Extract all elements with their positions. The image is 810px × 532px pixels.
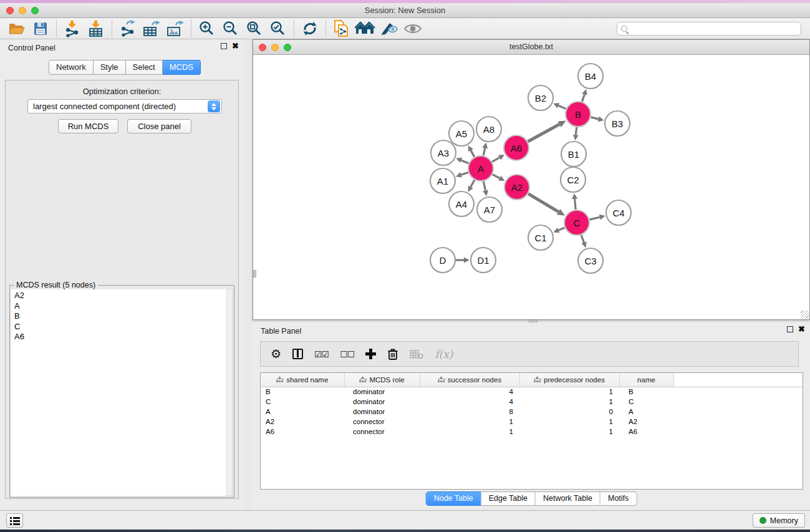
- window-edge-grip[interactable]: [253, 270, 256, 278]
- graph-node-B3[interactable]: B3: [605, 111, 630, 136]
- graphics-details-icon[interactable]: [377, 19, 401, 38]
- graph-edge-C-C3[interactable]: [581, 235, 584, 243]
- table-cell[interactable]: C: [619, 397, 673, 407]
- network-window-titlebar[interactable]: testGlobe.txt: [253, 40, 809, 55]
- minimize-network-button[interactable]: [271, 44, 279, 51]
- tab-network[interactable]: Network: [49, 60, 94, 75]
- table-cell[interactable]: B: [261, 387, 344, 397]
- graph-edge-A2-C[interactable]: [528, 194, 559, 212]
- table-row[interactable]: Cdominator41C: [261, 397, 803, 407]
- graph-node-C3[interactable]: C3: [578, 248, 603, 273]
- zoom-out-icon[interactable]: [219, 19, 243, 38]
- table-cell[interactable]: A: [261, 407, 344, 417]
- graph-node-C4[interactable]: C4: [606, 200, 631, 225]
- save-session-icon[interactable]: [29, 19, 52, 38]
- run-mcds-button[interactable]: Run MCDS: [58, 119, 118, 133]
- tab-network-table[interactable]: Network Table: [536, 491, 600, 506]
- close-panel-icon[interactable]: ✖: [232, 43, 239, 49]
- graph-edge-B-B2[interactable]: [558, 105, 566, 109]
- graph-node-C1[interactable]: C1: [528, 225, 553, 250]
- graph-edge-C-C4[interactable]: [589, 217, 599, 220]
- graph-edge-A-A4[interactable]: [471, 180, 475, 186]
- console-button[interactable]: [6, 513, 23, 528]
- unselect-all-columns-icon[interactable]: ☐☐: [340, 346, 354, 362]
- graph-edge-A-A3[interactable]: [461, 160, 469, 163]
- memory-button[interactable]: Memory: [753, 513, 805, 528]
- table-cell[interactable]: A6: [261, 427, 344, 437]
- table-cell[interactable]: 4: [420, 387, 519, 397]
- column-header[interactable]: name: [619, 373, 673, 387]
- delete-table-icon[interactable]: [410, 346, 423, 362]
- import-network-icon[interactable]: [60, 19, 84, 38]
- column-header[interactable]: successor nodes: [420, 373, 519, 387]
- table-cell[interactable]: 4: [420, 397, 519, 407]
- graph-node-A7[interactable]: A7: [477, 197, 502, 222]
- table-cell[interactable]: 1: [519, 417, 619, 427]
- graph-node-C2[interactable]: C2: [561, 167, 586, 192]
- graph-edge-A-A1[interactable]: [461, 173, 468, 175]
- refresh-icon[interactable]: [298, 19, 322, 38]
- tab-style[interactable]: Style: [94, 60, 126, 75]
- close-panel-button[interactable]: Close panel: [127, 119, 191, 133]
- float-table-panel-icon[interactable]: [787, 326, 793, 332]
- table-row[interactable]: Bdominator41B: [261, 387, 803, 397]
- tab-motifs[interactable]: Motifs: [600, 491, 637, 506]
- graph-edge-C-C2[interactable]: [575, 199, 576, 210]
- export-image-icon[interactable]: [163, 19, 187, 38]
- table-cell[interactable]: 8: [420, 407, 519, 417]
- table-cell[interactable]: connector: [344, 427, 420, 437]
- table-row[interactable]: Adominator80A: [261, 407, 803, 417]
- graph-edge-B-B3[interactable]: [591, 117, 598, 119]
- graph-node-D[interactable]: D: [430, 248, 455, 273]
- table-options-gear-icon[interactable]: ⚙: [271, 346, 281, 362]
- function-builder-icon[interactable]: f(x): [435, 346, 453, 362]
- mcds-result-item[interactable]: A: [11, 301, 226, 312]
- create-column-icon[interactable]: [365, 346, 376, 362]
- search-box[interactable]: [617, 22, 801, 36]
- table-cell[interactable]: dominator: [344, 387, 420, 397]
- criterion-dropdown[interactable]: largest connected component (directed): [27, 99, 222, 114]
- tab-node-table[interactable]: Node Table: [426, 491, 481, 506]
- mcds-result-item[interactable]: C: [11, 322, 226, 332]
- table-cell[interactable]: A2: [261, 417, 344, 427]
- column-header[interactable]: shared name: [261, 373, 344, 387]
- table-cell[interactable]: B: [619, 387, 673, 397]
- graph-edge-A-A7[interactable]: [483, 181, 485, 191]
- network-overview-icon[interactable]: [354, 19, 377, 38]
- zoom-fit-icon[interactable]: [243, 19, 266, 38]
- table-cell[interactable]: 0: [519, 407, 619, 417]
- tab-mcds[interactable]: MCDS: [163, 60, 201, 75]
- table-cell[interactable]: 1: [519, 427, 619, 437]
- float-panel-icon[interactable]: [221, 43, 227, 49]
- graph-node-A5[interactable]: A5: [449, 121, 474, 146]
- graph-edge-A-A6[interactable]: [492, 158, 499, 162]
- table-cell[interactable]: A6: [619, 427, 673, 437]
- show-columns-icon[interactable]: [292, 346, 303, 362]
- graph-edge-A-A8[interactable]: [483, 148, 485, 155]
- table-row[interactable]: A2connector11A2: [261, 417, 803, 427]
- network-graph-canvas[interactable]: AA1A2A3A4A5A6A7A8BB1B2B3B4CC1C2C3C4DD1: [253, 55, 809, 319]
- zoom-in-icon[interactable]: [195, 19, 219, 38]
- result-scrollbar[interactable]: [226, 289, 233, 496]
- tab-edge-table[interactable]: Edge Table: [481, 491, 536, 506]
- table-cell[interactable]: dominator: [344, 407, 420, 417]
- table-cell[interactable]: C: [261, 397, 344, 407]
- table-cell[interactable]: 1: [519, 397, 619, 407]
- graph-edge-A-A2[interactable]: [493, 175, 500, 178]
- graph-node-B[interactable]: B: [566, 102, 591, 127]
- zoom-window-button[interactable]: [31, 7, 39, 14]
- table-cell[interactable]: 1: [420, 427, 519, 437]
- graph-edge-A-A5[interactable]: [471, 150, 475, 157]
- eye-icon[interactable]: [401, 19, 425, 38]
- table-cell[interactable]: dominator: [344, 397, 420, 407]
- search-input[interactable]: [630, 23, 801, 34]
- graph-node-A1[interactable]: A1: [430, 168, 455, 193]
- graph-node-B2[interactable]: B2: [528, 85, 553, 110]
- column-header[interactable]: MCDS role: [344, 373, 420, 387]
- close-window-button[interactable]: [6, 7, 14, 14]
- duplicate-network-icon[interactable]: [330, 19, 354, 38]
- zoom-selected-icon[interactable]: [266, 19, 290, 38]
- graph-node-A2[interactable]: A2: [504, 175, 529, 200]
- export-table-icon[interactable]: [140, 19, 163, 38]
- mcds-result-item[interactable]: A6: [11, 332, 226, 342]
